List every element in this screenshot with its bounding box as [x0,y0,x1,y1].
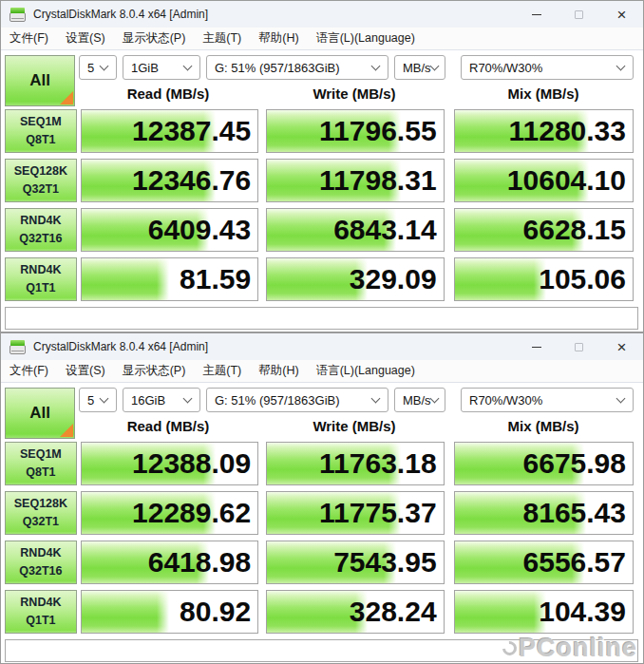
mix-column-header: Mix (MB/s) [453,84,634,104]
table-row: RND4KQ1T1 81.59 329.09 105.06 [5,257,634,301]
mix-ratio-select[interactable]: R70%/W30% [461,55,634,80]
mix-ratio-select[interactable]: R70%/W30% [461,388,634,412]
score-bar [455,591,546,633]
benchmark-panel: All 5 16GiB G: 51% (957/1863GiB) MB/s R7… [1,388,643,662]
close-button[interactable]: × [600,1,643,28]
row-label-seq128k-q32t1: SEQ128KQ32T1 [5,159,77,202]
window-title: CrystalDiskMark 8.0.4 x64 [Admin] [33,340,208,353]
unit-select[interactable]: MB/s [394,55,445,80]
menu-language[interactable]: 语言(L)(Language) [316,363,415,379]
chevron-down-icon [100,62,109,71]
menu-file[interactable]: 文件(F) [9,30,48,47]
menu-settings[interactable]: 设置(S) [66,363,105,379]
result-cell[interactable]: 8165.43 [454,491,634,535]
minimize-button[interactable] [515,1,558,28]
chevron-down-icon [183,394,193,404]
all-test-button[interactable]: All [5,388,75,439]
menu-help[interactable]: 帮助(H) [258,363,298,379]
result-cell[interactable]: 11280.33 [454,109,634,153]
chevron-down-icon [183,62,193,71]
menu-file[interactable]: 文件(F) [9,363,48,379]
chevron-down-icon [616,62,626,71]
result-cell[interactable]: 12346.76 [81,159,258,202]
result-cell[interactable]: 12289.62 [81,491,258,535]
result-cell[interactable]: 81.59 [81,257,258,301]
menu-bar: 文件(F) 设置(S) 显示状态(P) 主题(T) 帮助(H) 语言(L)(La… [1,360,643,383]
row-label-rnd4k-q1t1: RND4KQ1T1 [5,257,77,301]
maximize-icon [575,343,583,351]
result-cell[interactable]: 6409.43 [81,208,258,252]
result-cell[interactable]: 105.06 [454,257,634,301]
close-icon: × [617,7,627,23]
cdm-window-2: CrystalDiskMark 8.0.4 x64 [Admin] × 文件(F… [0,332,644,664]
app-icon [9,340,26,354]
comment-field[interactable] [5,307,638,330]
test-size-select[interactable]: 1GiB [123,55,200,80]
table-row: SEQ128KQ32T1 12346.76 11798.31 10604.10 [5,159,634,202]
chevron-down-icon [100,394,109,404]
test-count-select[interactable]: 5 [79,388,117,412]
row-label-rnd4k-q1t1: RND4KQ1T1 [5,590,77,634]
read-column-header: Read (MB/s) [79,84,257,104]
result-cell[interactable]: 329.09 [266,257,444,301]
table-row: RND4KQ32T16 6409.43 6843.14 6628.15 [5,208,634,252]
maximize-button[interactable] [558,1,600,28]
target-drive-select[interactable]: G: 51% (957/1863GiB) [206,55,388,80]
unit-select[interactable]: MB/s [394,388,445,412]
result-cell[interactable]: 7543.95 [266,541,444,584]
menu-bar: 文件(F) 设置(S) 显示状态(P) 主题(T) 帮助(H) 语言(L)(La… [1,28,643,50]
title-bar[interactable]: CrystalDiskMark 8.0.4 x64 [Admin] × [1,1,643,28]
test-size-select[interactable]: 16GiB [123,388,200,412]
test-count-select[interactable]: 5 [79,55,117,80]
minimize-button[interactable] [515,333,558,360]
result-cell[interactable]: 11775.37 [266,491,444,535]
score-bar [82,591,170,633]
maximize-button[interactable] [558,333,600,360]
table-row: RND4KQ32T16 6418.98 7543.95 6556.57 [5,541,634,584]
result-cell[interactable]: 6843.14 [266,208,444,252]
result-cell[interactable]: 11798.31 [266,159,444,202]
result-cell[interactable]: 328.24 [266,590,444,634]
close-icon: × [617,339,627,355]
read-column-header: Read (MB/s) [79,416,257,436]
row-label-rnd4k-q32t16: RND4KQ32T16 [5,208,77,252]
table-row: RND4KQ1T1 80.92 328.24 104.39 [5,590,634,634]
menu-help[interactable]: 帮助(H) [258,30,298,47]
result-cell[interactable]: 104.39 [454,590,634,634]
menu-profile[interactable]: 显示状态(P) [123,30,186,47]
close-button[interactable]: × [600,333,643,360]
title-bar[interactable]: CrystalDiskMark 8.0.4 x64 [Admin] × [1,333,643,360]
row-label-rnd4k-q32t16: RND4KQ32T16 [5,541,77,584]
row-label-seq128k-q32t1: SEQ128KQ32T1 [5,491,77,535]
result-cell[interactable]: 6556.57 [454,541,634,584]
result-cell[interactable]: 10604.10 [454,159,634,202]
result-cell[interactable]: 6418.98 [81,541,258,584]
result-cell[interactable]: 12387.45 [81,109,258,153]
write-column-header: Write (MB/s) [265,84,444,104]
pconline-swirl-icon [500,638,520,658]
write-column-header: Write (MB/s) [265,416,444,436]
minimize-icon [532,14,541,15]
result-cell[interactable]: 80.92 [81,590,258,634]
menu-theme[interactable]: 主题(T) [202,363,241,379]
target-drive-select[interactable]: G: 51% (957/1863GiB) [206,388,388,412]
result-cell[interactable]: 12388.09 [81,442,258,485]
menu-profile[interactable]: 显示状态(P) [123,363,186,379]
row-label-seq1m-q8t1: SEQ1MQ8T1 [5,442,77,485]
pconline-watermark-text: PConline [519,634,637,663]
benchmark-panel: All 5 1GiB G: 51% (957/1863GiB) MB/s R70… [1,55,643,330]
mix-column-header: Mix (MB/s) [453,416,634,436]
result-cell[interactable]: 11763.18 [266,442,444,485]
result-cell[interactable]: 6675.98 [454,442,634,485]
result-cell[interactable]: 6628.15 [454,208,634,252]
menu-theme[interactable]: 主题(T) [202,30,241,47]
score-bar [82,258,170,300]
menu-settings[interactable]: 设置(S) [66,30,105,47]
window-title: CrystalDiskMark 8.0.4 x64 [Admin] [33,8,208,21]
menu-language[interactable]: 语言(L)(Language) [316,30,415,47]
result-cell[interactable]: 11796.55 [266,109,444,153]
row-label-seq1m-q8t1: SEQ1MQ8T1 [5,109,77,153]
all-test-button[interactable]: All [5,55,75,106]
app-icon [9,8,26,22]
chevron-down-icon [616,394,626,404]
